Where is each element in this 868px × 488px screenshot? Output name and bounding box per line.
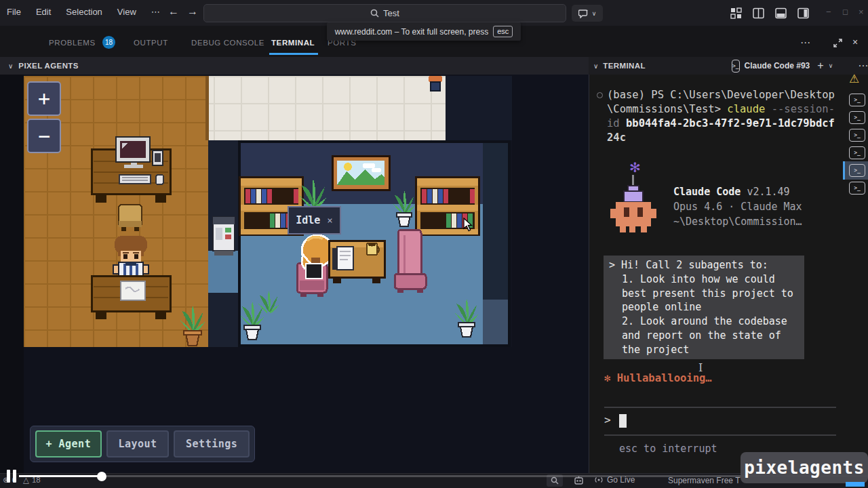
idle-label: Idle — [296, 214, 320, 226]
chevron-down-icon: ∨ — [592, 10, 597, 17]
menu-edit[interactable]: Edit — [32, 5, 55, 18]
watermark-text: pixelagents — [744, 458, 865, 478]
couch-pink — [395, 230, 426, 293]
volume-slider-knob[interactable] — [97, 472, 106, 481]
chevron-down-icon: ∨ — [8, 62, 13, 70]
terminal-tab-icon: >_ — [732, 60, 740, 73]
claude-version-line: Claude Code v2.1.49 — [673, 184, 802, 199]
terminal-list-item[interactable]: >_ — [849, 182, 865, 195]
supermaven-status[interactable]: Supermaven Free T — [668, 476, 741, 485]
message-prompt: > — [609, 259, 615, 271]
pause-button[interactable] — [7, 470, 18, 483]
claude-code-logo: ✻ — [609, 157, 658, 243]
command-center-search[interactable]: Test — [203, 4, 566, 22]
pixel-agents-header[interactable]: ∨ PIXEL AGENTS — [0, 57, 589, 75]
game-toolbar: + Agent Layout Settings — [30, 426, 255, 462]
split-editor-icon[interactable] — [753, 7, 764, 19]
zoom-in-button[interactable]: + — [27, 81, 61, 116]
pause-bar — [13, 470, 16, 483]
panel-left-gutter — [0, 75, 24, 473]
warning-icon: ⚠ — [849, 72, 859, 85]
tab-output[interactable]: OUTPUT — [134, 39, 168, 47]
claude-model-line: Opus 4.6 · Claude Max — [673, 199, 802, 214]
terminal-list-item[interactable]: >_ — [849, 164, 865, 177]
vending-machine — [213, 217, 235, 256]
search-value: Test — [383, 8, 399, 18]
new-terminal-icon[interactable]: + — [817, 60, 823, 72]
panel-bottom-icon[interactable] — [775, 7, 787, 19]
mouse-cursor — [463, 218, 473, 232]
search-icon — [370, 9, 379, 18]
terminal-line: 24c — [607, 131, 626, 144]
terminal-list-item[interactable]: >_ — [849, 94, 865, 106]
desk-laptop — [329, 241, 384, 283]
user-message-box: > Hi! Call 2 subagents to: 1. Look into … — [604, 256, 804, 359]
watermark-badge: pixelagents — [741, 452, 868, 483]
panel-resize-icon[interactable] — [833, 38, 843, 48]
fullscreen-toast: www.reddit.com – To exit full screen, pr… — [327, 22, 521, 41]
agent-character-top — [429, 76, 442, 91]
toast-text: www.reddit.com – To exit full screen, pr… — [335, 27, 489, 37]
terminal-list-item[interactable]: >_ — [849, 129, 865, 142]
terminal-list-item[interactable]: >_ — [849, 146, 865, 159]
magnifier-icon — [551, 476, 559, 485]
input-separator-top — [604, 407, 836, 408]
claude-info: Claude Code v2.1.49 Opus 4.6 · Claude Ma… — [673, 184, 802, 229]
terminal-tab-label[interactable]: Claude Code #93 — [745, 61, 810, 70]
menu-selection[interactable]: Selection — [62, 5, 106, 18]
window-minimize-icon[interactable]: − — [826, 7, 831, 17]
command-decoration — [597, 92, 603, 98]
pixel-agents-title: PIXEL AGENTS — [18, 62, 79, 70]
window-maximize-icon[interactable]: ◻ — [842, 7, 848, 16]
input-cursor-block[interactable] — [619, 414, 627, 428]
panel-close-icon[interactable]: × — [852, 37, 858, 47]
terminal-list-item[interactable]: >_ — [849, 111, 865, 124]
pause-bar — [7, 470, 10, 483]
terminal-line: (base) PS C:\Users\Developer\Desktop — [607, 89, 835, 101]
menu-more-icon[interactable]: ⋯ — [147, 5, 164, 18]
active-tab-underline — [269, 53, 318, 55]
terminal-line: \Commissions\Test> claude --session- — [607, 103, 835, 115]
game-canvas[interactable] — [24, 76, 512, 347]
chevron-down-icon[interactable]: ∨ — [829, 62, 833, 69]
chair — [119, 205, 142, 231]
sidebar-right-icon[interactable] — [797, 7, 809, 19]
claude-path-line: ~\Desktop\Commission… — [673, 214, 802, 229]
layout-button[interactable]: Layout — [106, 430, 170, 458]
volume-slider-track[interactable] — [19, 475, 102, 477]
chevron-down-icon[interactable]: ∨ — [593, 62, 598, 70]
panel-more-icon[interactable]: ⋯ — [800, 37, 810, 49]
layout-grid-icon[interactable] — [730, 7, 742, 19]
add-agent-button[interactable]: + Agent — [35, 430, 102, 458]
zoom-out-button[interactable]: − — [27, 119, 61, 153]
settings-button[interactable]: Settings — [174, 430, 250, 458]
robot-icon[interactable] — [574, 476, 584, 485]
esc-key: esc — [493, 26, 513, 37]
terminal-header: ∨ TERMINAL >_ Claude Code #93 + ∨ ⋯ — [589, 57, 868, 75]
wall-painting — [332, 156, 389, 190]
floor-cream — [209, 76, 446, 140]
tab-problems[interactable]: PROBLEMS — [49, 39, 96, 47]
broadcast-icon — [594, 476, 604, 484]
copilot-chat-icon — [578, 9, 589, 18]
idle-badge[interactable]: Idle × — [288, 206, 341, 235]
input-separator-bottom — [604, 434, 836, 436]
spinner-status: ✻ Hullaballooing… — [604, 372, 712, 384]
menu-view[interactable]: View — [113, 5, 140, 18]
terminal-more-icon[interactable]: ⋯ — [858, 60, 868, 72]
nav-back-icon[interactable]: ← — [168, 5, 179, 18]
tab-terminal[interactable]: TERMINAL — [271, 39, 315, 47]
terminal-line: id bb044fa4-2bc3-47f2-9e71-1dc79bdcf — [607, 117, 835, 129]
esc-hint: esc to interrupt — [619, 443, 717, 455]
close-icon[interactable]: × — [327, 215, 332, 226]
video-buffer-chip — [846, 482, 865, 487]
svg-text:✻: ✻ — [629, 159, 641, 176]
input-prompt: > — [604, 413, 611, 426]
tab-debug-console[interactable]: DEBUG CONSOLE — [191, 39, 264, 47]
menu-file[interactable]: File — [3, 5, 25, 18]
window-close-icon[interactable]: × — [859, 7, 864, 17]
nav-forward-icon[interactable]: → — [187, 5, 198, 18]
copilot-button[interactable]: ∨ — [572, 5, 603, 22]
vscode-window: File Edit Selection View ⋯ ← → Test ∨ − … — [0, 0, 868, 488]
problems-badge: 18 — [102, 36, 115, 49]
